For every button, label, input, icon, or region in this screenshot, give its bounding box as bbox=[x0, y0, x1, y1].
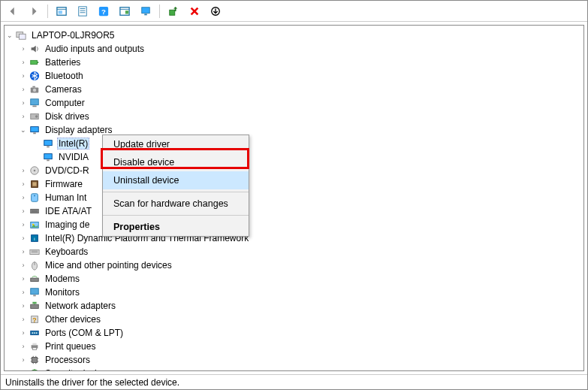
svg-rect-33 bbox=[47, 160, 50, 162]
tree-category[interactable]: ›iIntel(R) Dynamic Platform and Thermal … bbox=[5, 231, 583, 245]
tree-category[interactable]: ›Firmware bbox=[5, 177, 583, 191]
svg-rect-54 bbox=[33, 295, 36, 297]
tree-category[interactable]: ›Security devices bbox=[5, 367, 583, 371]
tree-category[interactable]: ›Ports (COM & LPT) bbox=[5, 326, 583, 340]
forward-button[interactable] bbox=[25, 3, 43, 20]
tree-category[interactable]: ›Processors bbox=[5, 353, 583, 367]
chevron-right-icon[interactable]: › bbox=[18, 219, 29, 230]
help-button[interactable]: ? bbox=[95, 3, 113, 20]
device-tree[interactable]: ⌄LAPTOP-0LJR9OR5›Audio inputs and output… bbox=[4, 25, 584, 371]
chevron-right-icon[interactable]: › bbox=[18, 301, 29, 311]
menu-item[interactable]: Uninstall device bbox=[103, 171, 249, 189]
chevron-right-icon[interactable]: › bbox=[18, 314, 29, 325]
display-icon bbox=[29, 124, 41, 136]
tree-category[interactable]: ›Audio inputs and outputs bbox=[5, 42, 583, 56]
menu-item-label: Scan for hardware changes bbox=[113, 198, 228, 209]
bluetooth-icon bbox=[29, 70, 41, 82]
chevron-right-icon[interactable]: › bbox=[18, 111, 29, 122]
tree-item-label: Computer bbox=[44, 97, 86, 109]
remove-button[interactable] bbox=[185, 3, 204, 20]
console-button[interactable] bbox=[116, 3, 134, 20]
chevron-right-icon[interactable]: › bbox=[18, 287, 29, 298]
svg-point-22 bbox=[33, 89, 36, 92]
menu-item[interactable]: Update driver bbox=[103, 135, 249, 153]
tree-category[interactable]: ›Network adapters bbox=[5, 299, 583, 313]
camera-icon bbox=[29, 83, 41, 95]
scan-button[interactable] bbox=[207, 3, 225, 20]
computer-button[interactable] bbox=[137, 3, 155, 20]
tree-item-label: Human Int bbox=[44, 192, 88, 204]
svg-rect-18 bbox=[31, 60, 38, 64]
tree-category[interactable]: ›Monitors bbox=[5, 286, 583, 299]
menu-item[interactable]: Scan for hardware changes bbox=[103, 195, 249, 213]
chevron-right-icon[interactable]: › bbox=[18, 57, 29, 68]
tree-category[interactable]: ›Imaging de bbox=[5, 218, 583, 231]
svg-text:?: ? bbox=[32, 316, 36, 324]
tree-device[interactable]: NVIDIA bbox=[5, 150, 583, 164]
tree-category[interactable]: ›Human Int bbox=[5, 191, 583, 204]
chevron-right-icon[interactable]: › bbox=[18, 233, 29, 243]
tree-category[interactable]: ⌄Display adapters bbox=[5, 123, 583, 137]
tree-item-label: Mice and other pointing devices bbox=[44, 259, 173, 271]
chevron-right-icon[interactable]: › bbox=[18, 341, 29, 352]
context-menu: Update driverDisable deviceUninstall dev… bbox=[102, 135, 249, 237]
svg-point-62 bbox=[34, 332, 35, 334]
back-button[interactable] bbox=[4, 3, 22, 20]
chevron-right-icon[interactable]: › bbox=[18, 98, 29, 108]
tree-item-label: Cameras bbox=[44, 83, 83, 95]
tree-category[interactable]: ›Disk drives bbox=[5, 110, 583, 123]
chevron-right-icon[interactable]: › bbox=[18, 274, 29, 284]
tree-category[interactable]: ›Bluetooth bbox=[5, 69, 583, 83]
update-button[interactable] bbox=[164, 3, 182, 20]
chevron-right-icon[interactable]: › bbox=[18, 192, 29, 203]
tree-category[interactable]: ›Computer bbox=[5, 96, 583, 110]
svg-rect-17 bbox=[19, 34, 26, 39]
menu-item[interactable]: Disable device bbox=[103, 153, 249, 171]
tree-item-label: Modems bbox=[44, 273, 81, 285]
chevron-right-icon[interactable]: › bbox=[18, 260, 29, 271]
chevron-right-icon[interactable]: › bbox=[18, 71, 29, 81]
tree-category[interactable]: ›DVD/CD-R bbox=[5, 164, 583, 177]
properties-button[interactable] bbox=[74, 3, 92, 20]
tree-device[interactable]: Intel(R) bbox=[5, 137, 583, 150]
menu-separator bbox=[103, 192, 249, 192]
tree-item-label: Monitors bbox=[44, 286, 81, 298]
chevron-right-icon[interactable]: › bbox=[18, 368, 29, 371]
chevron-right-icon[interactable]: › bbox=[18, 355, 29, 365]
chevron-right-icon[interactable]: › bbox=[18, 84, 29, 95]
chevron-down-icon[interactable]: ⌄ bbox=[18, 125, 29, 135]
firmware-icon bbox=[29, 178, 41, 190]
tree-root[interactable]: ⌄LAPTOP-0LJR9OR5 bbox=[5, 29, 583, 42]
tree-category[interactable]: ›Mice and other pointing devices bbox=[5, 258, 583, 272]
tree-category[interactable]: ›?Other devices bbox=[5, 313, 583, 326]
tree-item-label: Print queues bbox=[44, 340, 97, 352]
chevron-right-icon[interactable]: › bbox=[18, 328, 29, 338]
chevron-right-icon[interactable]: › bbox=[18, 246, 29, 257]
svg-point-63 bbox=[36, 332, 38, 334]
status-bar: Uninstalls the driver for the selected d… bbox=[1, 374, 587, 389]
tree-category[interactable]: ›Cameras bbox=[5, 83, 583, 96]
menu-item-label: Disable device bbox=[113, 157, 174, 168]
tree-category[interactable]: ›Print queues bbox=[5, 340, 583, 353]
menu-item-label: Properties bbox=[113, 222, 160, 232]
svg-rect-14 bbox=[170, 10, 175, 15]
menu-item[interactable]: Properties bbox=[103, 218, 249, 236]
cpu-icon bbox=[29, 354, 41, 366]
tree-item-label: NVIDIA bbox=[57, 151, 90, 163]
computer-root-icon bbox=[15, 29, 27, 41]
tree-category[interactable]: ›IDE ATA/AT bbox=[5, 204, 583, 218]
chevron-right-icon[interactable]: › bbox=[18, 165, 29, 176]
svg-rect-29 bbox=[33, 133, 36, 135]
show-hidden-button[interactable] bbox=[53, 3, 71, 20]
svg-rect-52 bbox=[31, 278, 39, 281]
chevron-right-icon[interactable]: › bbox=[18, 206, 29, 216]
tree-category[interactable]: ›Batteries bbox=[5, 56, 583, 69]
tree-item-label: Security devices bbox=[44, 367, 112, 371]
red-x-icon bbox=[189, 6, 200, 17]
chevron-right-icon[interactable]: › bbox=[18, 179, 29, 189]
tree-category[interactable]: ›Modems bbox=[5, 272, 583, 286]
chevron-down-icon[interactable]: ⌄ bbox=[5, 30, 15, 41]
svg-rect-24 bbox=[31, 99, 39, 105]
tree-category[interactable]: ›Keyboards bbox=[5, 245, 583, 258]
chevron-right-icon[interactable]: › bbox=[18, 44, 29, 54]
